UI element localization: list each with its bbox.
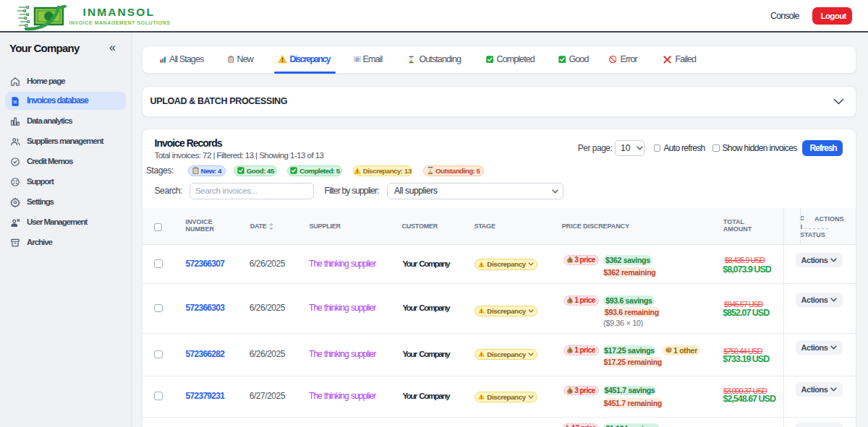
svg-text:@: @: [355, 56, 359, 61]
